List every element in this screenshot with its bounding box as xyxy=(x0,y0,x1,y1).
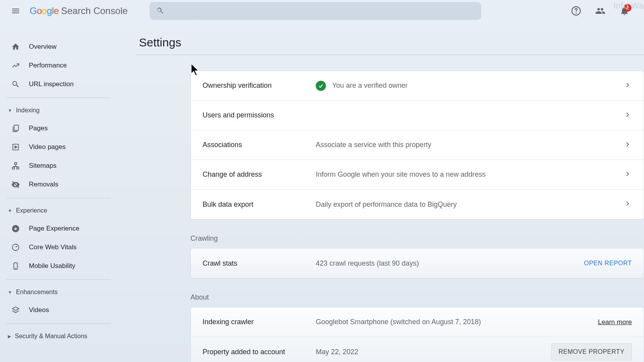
learn-more-link[interactable]: Learn more xyxy=(598,318,632,326)
row-label: Indexing crawler xyxy=(203,318,316,326)
mobile-icon xyxy=(11,261,20,271)
nav-label: Removals xyxy=(29,181,59,188)
header-actions: 2 xyxy=(568,2,638,20)
svg-rect-6 xyxy=(12,167,15,169)
row-label: Change of address xyxy=(203,170,316,179)
nav-pages[interactable]: Pages xyxy=(0,119,117,138)
row-bulk-data-export[interactable]: Bulk data export Daily export of perform… xyxy=(191,190,644,219)
nav-url-inspection[interactable]: URL inspection xyxy=(0,75,117,94)
caret-down-icon: ▼ xyxy=(8,208,12,213)
nav-sitemaps[interactable]: Sitemaps xyxy=(0,156,117,175)
speed-icon xyxy=(11,243,20,252)
nav-label: Video pages xyxy=(29,143,66,151)
caret-right-icon: ▶ xyxy=(8,334,11,339)
google-logo: Google xyxy=(30,5,59,16)
section-enhancements[interactable]: ▼ Enhancements xyxy=(0,284,117,301)
row-label: Property added to account xyxy=(203,348,316,356)
search-icon xyxy=(11,80,20,89)
chevron-right-icon xyxy=(623,140,632,150)
section-label: Security & Manual Actions xyxy=(15,333,87,340)
removals-icon xyxy=(11,180,20,189)
nav-videos[interactable]: Videos xyxy=(0,301,117,319)
row-label: Bulk data export xyxy=(203,201,316,209)
open-report-link[interactable]: OPEN REPORT xyxy=(584,260,632,267)
menu-button[interactable] xyxy=(6,2,25,20)
help-button[interactable] xyxy=(568,2,585,20)
section-label: Enhancements xyxy=(16,289,58,296)
nav-label: URL inspection xyxy=(29,80,74,88)
row-associations[interactable]: Associations Associate a service with th… xyxy=(191,130,644,160)
nav-label: Sitemaps xyxy=(29,162,57,170)
check-icon xyxy=(316,81,326,91)
nav-label: Pages xyxy=(29,124,48,132)
chevron-right-icon xyxy=(623,199,632,209)
svg-point-1 xyxy=(576,13,576,13)
search-bar[interactable] xyxy=(149,2,481,20)
pages-icon xyxy=(11,124,20,133)
nav-mobile-usability[interactable]: Mobile Usability xyxy=(0,257,117,275)
video-pages-icon xyxy=(11,142,20,152)
home-icon xyxy=(11,42,20,51)
nav-core-web-vitals[interactable]: Core Web Vitals xyxy=(0,238,117,257)
row-desc: Associate a service with this property xyxy=(316,141,623,149)
sitemap-icon xyxy=(11,161,20,170)
logo[interactable]: Google Search Console xyxy=(30,5,128,16)
nav-overview[interactable]: Overview xyxy=(0,37,117,56)
about-card: Indexing crawler Googlebot Smartphone (s… xyxy=(190,307,644,362)
settings-card: Ownership verification You are a verifie… xyxy=(190,71,644,220)
nav-label: Page Experience xyxy=(29,225,79,232)
svg-marker-14 xyxy=(12,307,19,311)
people-button[interactable] xyxy=(592,2,609,20)
app-header: Google Search Console 2 xyxy=(0,0,644,22)
row-label: Associations xyxy=(203,141,316,149)
row-desc: 423 crawl requests (last 90 days) xyxy=(316,259,584,268)
section-experience[interactable]: ▼ Experience xyxy=(0,202,117,219)
help-icon xyxy=(571,6,581,16)
row-change-address[interactable]: Change of address Inform Google when you… xyxy=(191,160,644,190)
row-desc: Daily export of performance data to BigQ… xyxy=(316,201,623,209)
chevron-right-icon xyxy=(623,170,632,180)
row-crawl-stats[interactable]: Crawl stats 423 crawl requests (last 90 … xyxy=(191,248,644,278)
title-divider xyxy=(136,55,644,55)
nav-label: Overview xyxy=(29,43,57,51)
section-security[interactable]: ▶ Security & Manual Actions xyxy=(0,328,117,345)
status-text: You are a verified owner xyxy=(332,82,407,90)
row-property-added: Property added to account May 22, 2022 R… xyxy=(191,337,644,362)
page-title: Settings xyxy=(136,36,644,49)
hamburger-icon xyxy=(11,6,20,16)
nav-label: Videos xyxy=(29,306,49,314)
crawling-card: Crawl stats 423 crawl requests (last 90 … xyxy=(190,248,644,279)
notification-badge: 2 xyxy=(624,4,632,12)
people-icon xyxy=(595,6,605,16)
nav-label: Mobile Usability xyxy=(29,262,75,270)
svg-rect-7 xyxy=(17,167,19,169)
row-desc: May 22, 2022 xyxy=(316,348,551,356)
chevron-right-icon xyxy=(623,81,632,91)
section-about-heading: About xyxy=(190,293,644,302)
main-content: Settings Ownership verification You are … xyxy=(117,22,644,362)
nav-performance[interactable]: Performance xyxy=(0,56,117,75)
row-desc: Inform Google when your site moves to a … xyxy=(316,170,623,179)
layers-icon xyxy=(11,305,20,315)
svg-rect-2 xyxy=(14,125,18,131)
remove-property-button[interactable]: REMOVE PROPERTY xyxy=(551,343,632,360)
section-label: Experience xyxy=(16,207,47,214)
row-ownership-verification[interactable]: Ownership verification You are a verifie… xyxy=(191,71,644,101)
row-label: Ownership verification xyxy=(203,82,316,90)
nav-page-experience[interactable]: Page Experience xyxy=(0,219,117,238)
nav-video-pages[interactable]: Video pages xyxy=(0,138,117,156)
page-experience-icon xyxy=(11,224,20,233)
svg-marker-4 xyxy=(15,146,17,148)
nav-removals[interactable]: Removals xyxy=(0,175,117,194)
row-indexing-crawler: Indexing crawler Googlebot Smartphone (s… xyxy=(191,307,644,337)
product-name: Search Console xyxy=(61,5,128,16)
row-desc: You are a verified owner xyxy=(316,81,623,91)
search-icon xyxy=(156,7,164,15)
row-users-permissions[interactable]: Users and permissions xyxy=(191,101,644,130)
nav-label: Core Web Vitals xyxy=(29,243,76,251)
caret-down-icon: ▼ xyxy=(8,108,12,113)
section-indexing[interactable]: ▼ Indexing xyxy=(0,102,117,119)
row-label: Users and permissions xyxy=(203,111,316,119)
row-desc: Googlebot Smartphone (switched on August… xyxy=(316,318,598,326)
notifications-button[interactable]: 2 xyxy=(616,2,633,20)
